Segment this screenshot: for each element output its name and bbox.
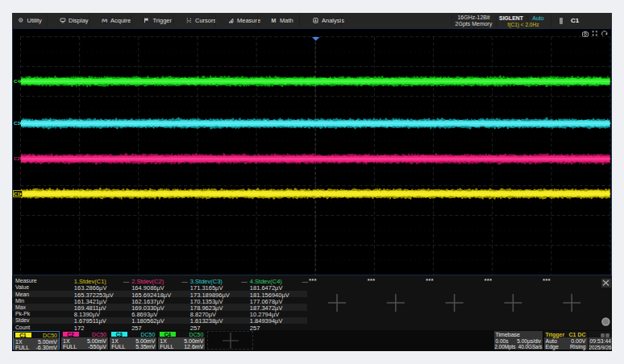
svg-text:M: M (272, 18, 277, 23)
